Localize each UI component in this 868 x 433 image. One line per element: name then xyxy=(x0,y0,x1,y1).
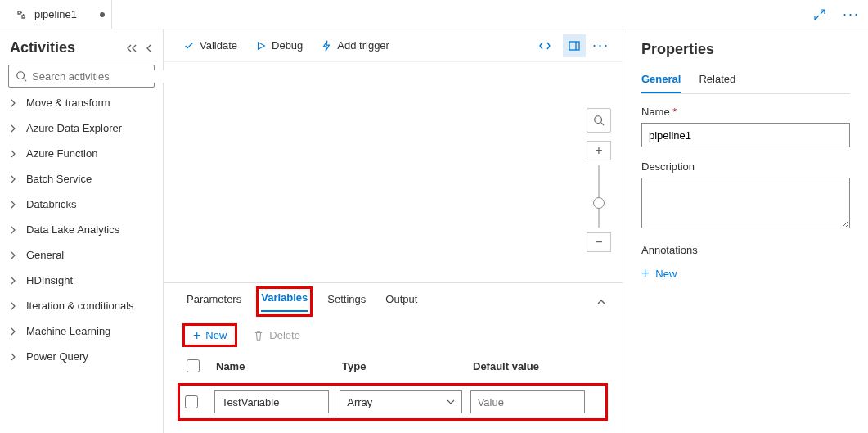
add-annotation-button[interactable]: + New xyxy=(641,266,677,281)
canvas-wrap: + − xyxy=(164,62,623,282)
tab-related[interactable]: Related xyxy=(699,73,735,93)
tabbar-left: pipeline1 xyxy=(8,0,112,29)
select-all-checkbox[interactable] xyxy=(187,359,200,372)
name-label: Name * xyxy=(641,106,850,118)
activity-group-label: Iteration & conditionals xyxy=(26,300,134,312)
sidebar-collapse-button[interactable] xyxy=(125,43,153,53)
svg-point-0 xyxy=(17,72,25,79)
zoom-out-button[interactable]: − xyxy=(587,232,611,252)
header-default: Default value xyxy=(473,360,604,372)
properties-title: Properties xyxy=(641,41,850,58)
bottom-panel-tabs: Parameters Variables Settings Output xyxy=(180,283,606,313)
pipeline-canvas[interactable] xyxy=(164,62,623,282)
chevron-right-icon xyxy=(10,277,20,285)
properties-panel: Properties General Related Name * Descri… xyxy=(623,29,868,433)
sidebar-header: Activities xyxy=(10,39,153,56)
canvas-fit-button[interactable] xyxy=(587,108,611,133)
description-label: Description xyxy=(641,160,850,173)
variables-headers: Name Type Default value xyxy=(180,354,606,377)
properties-tabs: General Related xyxy=(641,73,850,94)
chevron-right-icon xyxy=(10,226,20,234)
chevron-right-icon xyxy=(10,99,20,107)
activity-group-label: Batch Service xyxy=(26,173,92,185)
bottom-panel-collapse-button[interactable] xyxy=(596,299,606,305)
bottom-panel-actions: + New Delete xyxy=(185,326,606,345)
header-type: Type xyxy=(342,360,473,372)
pipeline-name-input[interactable] xyxy=(641,123,850,147)
activity-group-label: General xyxy=(26,249,64,261)
tab-output[interactable]: Output xyxy=(385,293,417,312)
canvas-zoom-control: + − xyxy=(587,108,611,252)
activity-group-azure-data-explorer[interactable]: Azure Data Explorer xyxy=(8,118,155,138)
chevron-right-icon xyxy=(10,327,20,336)
activity-group-label: Data Lake Analytics xyxy=(26,223,119,236)
toolbar-left: Validate Debug Add trigger xyxy=(183,39,389,52)
activity-group-databricks[interactable]: Databricks xyxy=(8,194,155,214)
pipeline-icon xyxy=(15,8,28,21)
search-activities[interactable] xyxy=(8,65,155,88)
tab-variables[interactable]: Variables xyxy=(261,291,308,312)
bottom-panel: Parameters Variables Settings Output + N… xyxy=(164,282,623,433)
zoom-slider[interactable] xyxy=(598,165,600,228)
delete-variable-label: Delete xyxy=(269,329,300,341)
activity-group-iteration-conditionals[interactable]: Iteration & conditionals xyxy=(8,295,155,316)
variable-type-select[interactable]: Array xyxy=(340,390,462,413)
header-name: Name xyxy=(211,360,342,372)
zoom-in-button[interactable]: + xyxy=(587,141,611,160)
tab-settings[interactable]: Settings xyxy=(327,293,366,312)
play-icon xyxy=(255,40,267,52)
validate-button[interactable]: Validate xyxy=(183,39,237,52)
required-star: * xyxy=(672,106,677,118)
activity-group-batch-service[interactable]: Batch Service xyxy=(8,169,155,189)
chevron-right-icon xyxy=(10,302,20,310)
variable-name-input[interactable] xyxy=(214,390,329,413)
tab-parameters[interactable]: Parameters xyxy=(187,293,241,312)
debug-button[interactable]: Debug xyxy=(255,39,303,52)
plus-icon: + xyxy=(193,330,200,341)
more-icon[interactable]: ··· xyxy=(592,37,609,54)
pipeline-tab-title: pipeline1 xyxy=(34,8,77,20)
activity-group-machine-learning[interactable]: Machine Learning xyxy=(8,321,155,341)
activity-group-label: Move & transform xyxy=(26,97,110,109)
check-icon xyxy=(183,40,195,52)
delete-variable-button[interactable]: Delete xyxy=(245,326,308,345)
row-checkbox[interactable] xyxy=(185,395,198,408)
activity-group-label: Machine Learning xyxy=(26,325,110,337)
debug-label: Debug xyxy=(272,39,303,52)
more-icon[interactable]: ··· xyxy=(843,6,860,23)
new-variable-label: New xyxy=(205,329,227,341)
search-input[interactable] xyxy=(32,70,169,83)
tabbar-right: ··· xyxy=(808,3,860,26)
activity-group-label: Azure Function xyxy=(26,147,97,160)
activity-group-power-query[interactable]: Power Query xyxy=(8,346,155,367)
validate-label: Validate xyxy=(200,39,237,52)
zoom-handle[interactable] xyxy=(593,197,605,209)
pipeline-tab[interactable]: pipeline1 xyxy=(8,0,112,29)
activity-group-hdinsight[interactable]: HDInsight xyxy=(8,270,155,291)
plus-icon: + xyxy=(641,266,649,281)
add-trigger-button[interactable]: Add trigger xyxy=(321,39,389,52)
activity-group-label: HDInsight xyxy=(26,274,73,286)
trigger-icon xyxy=(321,40,332,52)
code-icon[interactable] xyxy=(533,34,556,57)
properties-toggle-button[interactable] xyxy=(563,34,586,57)
chevron-right-icon xyxy=(10,353,20,361)
center-panel: Validate Debug Add trigger xyxy=(164,29,623,433)
activity-group-move-transform[interactable]: Move & transform xyxy=(8,92,155,113)
new-variable-button[interactable]: + New xyxy=(185,326,235,345)
variable-default-input[interactable] xyxy=(470,390,585,413)
activity-group-label: Power Query xyxy=(26,350,88,363)
expand-icon[interactable] xyxy=(808,3,831,26)
pipeline-description-input[interactable] xyxy=(641,178,850,228)
activities-sidebar: Activities Move & transform xyxy=(0,29,164,433)
window-tabbar: pipeline1 ··· xyxy=(0,0,868,29)
activity-group-data-lake-analytics[interactable]: Data Lake Analytics xyxy=(8,219,155,240)
activity-group-general[interactable]: General xyxy=(8,245,155,265)
chevron-right-icon xyxy=(10,201,20,209)
chevron-right-icon xyxy=(10,150,20,158)
chevron-down-icon xyxy=(447,399,455,404)
variable-row: Array xyxy=(180,386,605,418)
tab-general[interactable]: General xyxy=(641,73,681,93)
activity-group-azure-function[interactable]: Azure Function xyxy=(8,143,155,164)
add-trigger-label: Add trigger xyxy=(337,39,389,52)
